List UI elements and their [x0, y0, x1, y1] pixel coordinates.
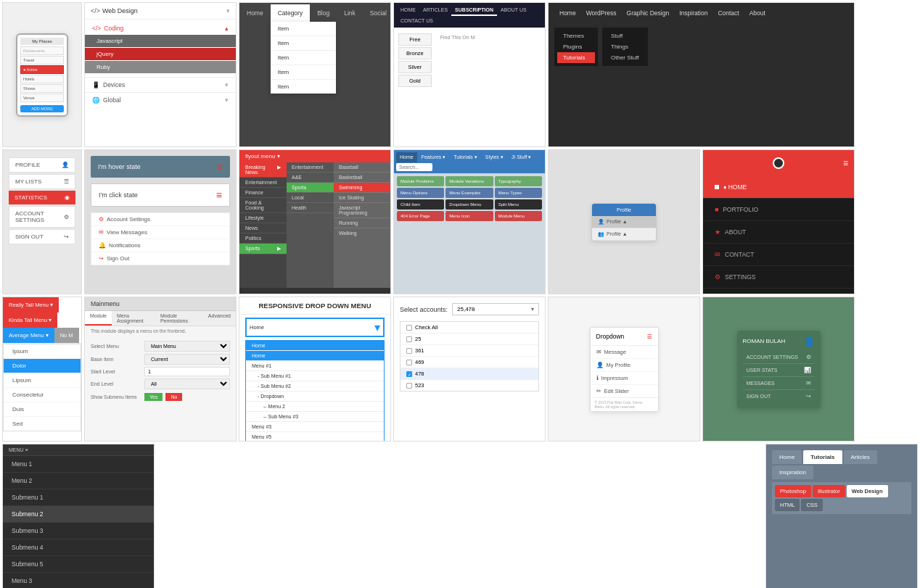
flyout-politics[interactable]: Politics: [239, 233, 287, 244]
resp-item-menu3[interactable]: Menu #3: [246, 422, 384, 432]
dd-item-message[interactable]: ✉ Message: [591, 346, 658, 359]
sign-out-row[interactable]: SIGN OUT ↪: [9, 229, 75, 244]
add-more-button[interactable]: ADD MORE: [20, 105, 64, 112]
module-tab-assignment[interactable]: Menu Assignment: [112, 311, 155, 326]
j-jistuff[interactable]: JI Stuff ▾: [508, 152, 535, 162]
uc-account-settings[interactable]: ACCOUNT SETTINGS ⚙: [743, 351, 815, 364]
coding-section-header[interactable]: </> Coding ▴: [85, 22, 236, 34]
resp-item-menu1[interactable]: Menu #1: [246, 361, 384, 371]
tall-item-ipsum[interactable]: Ipsum: [4, 344, 81, 359]
wp-wordpress[interactable]: WordPress: [581, 7, 622, 20]
dark-item-submenu2-active[interactable]: Submenu 2: [3, 506, 154, 523]
sa-item-361[interactable]: 361: [401, 345, 538, 357]
dropdown-item[interactable]: Item: [271, 36, 336, 51]
nav-blog[interactable]: Blog: [310, 4, 337, 22]
flyout-breaking-news[interactable]: Breaking News ▶: [239, 162, 287, 178]
wp-home[interactable]: Home: [554, 7, 581, 20]
wp-themes[interactable]: Themes: [557, 30, 595, 41]
devices-row[interactable]: 📱 Devices ▾: [85, 78, 236, 92]
sub-free[interactable]: Free: [398, 33, 432, 46]
tall-btn-really[interactable]: Really Tall Menu ▾: [3, 297, 59, 312]
dark-item-submenu4[interactable]: Submenu 4: [3, 539, 154, 556]
subtab-webdesign-active[interactable]: Web Design: [847, 485, 888, 497]
flyout-sub-health[interactable]: Health: [287, 203, 334, 213]
tall-item-dolor[interactable]: Dolor: [4, 359, 81, 373]
resp-item-submenu2[interactable]: - Sub Menu #2: [246, 381, 384, 392]
base-item-input[interactable]: Current: [144, 354, 230, 365]
sa-check-all[interactable]: Check All: [401, 322, 538, 334]
tall-item-consectetur[interactable]: Consectetur: [4, 388, 81, 402]
flyout-running[interactable]: Running: [334, 218, 390, 228]
no-button[interactable]: No: [165, 393, 182, 401]
dropdown-item[interactable]: Item: [271, 65, 336, 80]
sub-gold[interactable]: Gold: [398, 75, 432, 87]
dropdown-item[interactable]: Item: [271, 80, 336, 94]
menu-view-messages[interactable]: ✉ View Messages: [91, 226, 229, 239]
statistics-row[interactable]: STATISTICS ◉: [9, 191, 75, 204]
resp-item-home2[interactable]: Home: [246, 351, 384, 361]
profile-row[interactable]: PROFILE 👤: [9, 157, 75, 173]
dark-item-submenu5[interactable]: Submenu 5: [3, 556, 154, 573]
yes-button[interactable]: Yes: [144, 393, 163, 401]
flyout-sports-active[interactable]: Sports ▶: [239, 244, 287, 254]
red-menu-settings[interactable]: ⚙ SETTINGS: [703, 266, 854, 289]
j-features[interactable]: Features ▾: [418, 152, 450, 162]
dd-item-profile[interactable]: 👤 My Profile: [591, 359, 658, 372]
flyout-js-prog[interactable]: Javascript Programming: [334, 203, 390, 218]
nav-category-active[interactable]: Category Item Item Item Item Item: [271, 4, 311, 22]
j-tutorials[interactable]: Tutorials ▾: [450, 152, 481, 162]
subtab-css[interactable]: CSS: [801, 499, 822, 511]
flyout-food[interactable]: Food & Cooking: [239, 198, 287, 213]
mp-item-friends[interactable]: 👥 Profile ▲: [592, 228, 656, 241]
dd-hamburger-icon[interactable]: ≡: [646, 331, 652, 341]
sidebar-item-jquery[interactable]: jQuery: [85, 48, 236, 60]
tall-item-sed[interactable]: Sed: [4, 417, 81, 431]
start-level-input[interactable]: [144, 367, 230, 376]
dd-item-impressum[interactable]: ℹ Impressum: [591, 372, 658, 385]
wp-other-stuff[interactable]: Other Stuff: [605, 52, 645, 63]
menu-sign-out[interactable]: ↪ Sign Out: [91, 252, 229, 265]
subtab-illustrator[interactable]: Illustrator: [813, 485, 845, 497]
menu-account-settings[interactable]: ⚙ Account Settings: [91, 213, 229, 226]
hamburger-icon2[interactable]: ≡: [216, 189, 222, 201]
tall-btn-kinda[interactable]: Kinda Tall Menu ▾: [3, 312, 57, 328]
flyout-ice-skating[interactable]: Ice Skating: [334, 193, 390, 203]
nav-home[interactable]: HOME: [397, 5, 419, 16]
menu-notifications[interactable]: 🔔 Notifications: [91, 239, 229, 252]
red-menu-portfolio[interactable]: ■ PORTFOLIO: [703, 199, 854, 221]
red-menu-contact[interactable]: ✉ CONTACT: [703, 244, 854, 266]
dark-item-menu1[interactable]: Menu 1: [3, 456, 154, 473]
nav-articles[interactable]: ARTICLES: [419, 5, 451, 16]
module-tab-advanced[interactable]: Advanced: [203, 311, 236, 326]
dark-item-menu2[interactable]: Menu 2: [3, 473, 154, 489]
my-lists-row[interactable]: MY LISTS ☰: [9, 174, 75, 189]
flyout-walking[interactable]: Walking: [334, 228, 390, 238]
flyout-baseball[interactable]: Baseball: [334, 162, 390, 173]
wp-tutorials[interactable]: Tutorials: [557, 52, 595, 63]
uc-messages[interactable]: MESSAGES ✉: [743, 377, 815, 390]
resp-item-submenu1[interactable]: - Sub Menu #1: [246, 371, 384, 381]
wp-plugins[interactable]: Plugins: [557, 41, 595, 52]
sidebar-item-javascript[interactable]: Javascript: [85, 35, 236, 47]
nav-social[interactable]: Social: [363, 4, 391, 22]
j-home[interactable]: Home: [396, 152, 417, 162]
sa-item-523[interactable]: 523: [401, 380, 538, 391]
flyout-sub-local[interactable]: Local: [287, 193, 334, 203]
tab-tutorials-active[interactable]: Tutorials: [803, 450, 842, 464]
wp-stuff[interactable]: Stuff: [605, 30, 645, 41]
flyout-swimming-active[interactable]: Swimming: [334, 183, 390, 193]
end-level-input[interactable]: All: [144, 378, 230, 389]
uc-sign-out[interactable]: SIGN OUT ↪: [743, 390, 815, 402]
sa-item-25[interactable]: 25: [401, 334, 538, 345]
flyout-entertainment[interactable]: Entertainment: [239, 178, 287, 188]
wp-contact[interactable]: Contact: [712, 7, 744, 20]
select-menu-input[interactable]: Main Menu: [144, 341, 230, 352]
sa-item-469[interactable]: 469: [401, 357, 538, 368]
wp-about[interactable]: About: [744, 7, 771, 20]
dark-item-menu3[interactable]: Menu 3: [3, 573, 154, 588]
resp-item-home1[interactable]: Home: [246, 341, 384, 351]
module-tab-module[interactable]: Module: [85, 311, 112, 326]
flyout-finance[interactable]: Finance: [239, 188, 287, 198]
tall-item-lipsum[interactable]: Lipsum: [4, 373, 81, 388]
wp-inspiration[interactable]: Inspiration: [674, 7, 712, 20]
